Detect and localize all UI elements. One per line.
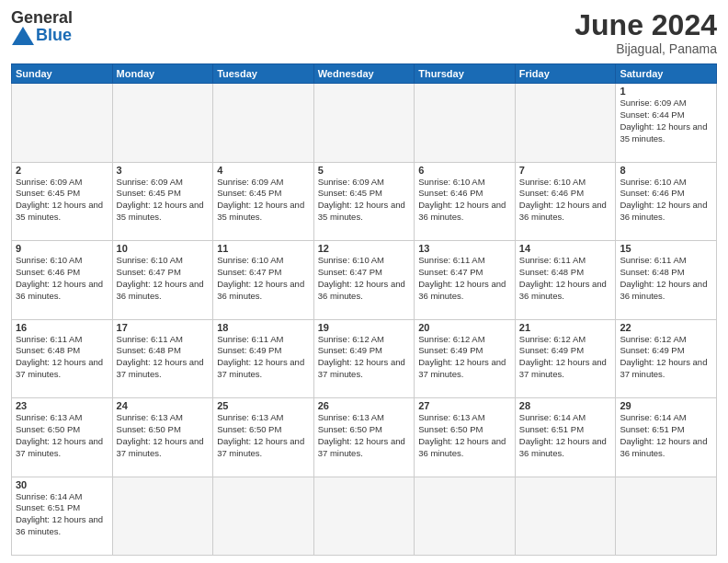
table-row: 17Sunrise: 6:11 AMSunset: 6:48 PMDayligh… bbox=[112, 319, 213, 397]
header: General Blue June 2024 Bijagual, Panama bbox=[11, 9, 717, 56]
day-number: 4 bbox=[217, 165, 310, 176]
day-info: Sunrise: 6:13 AMSunset: 6:50 PMDaylight:… bbox=[117, 412, 210, 459]
table-row: 16Sunrise: 6:11 AMSunset: 6:48 PMDayligh… bbox=[12, 319, 113, 397]
header-saturday: Saturday bbox=[616, 64, 717, 84]
table-row: 22Sunrise: 6:12 AMSunset: 6:49 PMDayligh… bbox=[616, 319, 717, 397]
day-info: Sunrise: 6:10 AMSunset: 6:46 PMDaylight:… bbox=[418, 177, 511, 224]
table-row: 25Sunrise: 6:13 AMSunset: 6:50 PMDayligh… bbox=[213, 398, 314, 477]
day-number: 15 bbox=[620, 243, 712, 254]
day-number: 11 bbox=[217, 243, 310, 254]
table-row bbox=[112, 477, 213, 555]
table-row bbox=[313, 84, 415, 162]
logo: General Blue bbox=[11, 9, 73, 45]
day-info: Sunrise: 6:13 AMSunset: 6:50 PMDaylight:… bbox=[418, 412, 511, 459]
day-info: Sunrise: 6:10 AMSunset: 6:47 PMDaylight:… bbox=[117, 255, 210, 302]
day-number: 30 bbox=[16, 479, 108, 490]
calendar-location: Bijagual, Panama bbox=[574, 41, 717, 56]
day-info: Sunrise: 6:11 AMSunset: 6:49 PMDaylight:… bbox=[217, 334, 310, 381]
day-number: 22 bbox=[620, 322, 712, 333]
day-number: 28 bbox=[519, 400, 612, 411]
day-number: 24 bbox=[117, 400, 210, 411]
header-sunday: Sunday bbox=[12, 64, 113, 84]
day-info: Sunrise: 6:09 AMSunset: 6:45 PMDaylight:… bbox=[16, 177, 108, 224]
header-monday: Monday bbox=[112, 64, 213, 84]
logo-triangle bbox=[12, 27, 34, 45]
day-info: Sunrise: 6:09 AMSunset: 6:45 PMDaylight:… bbox=[117, 177, 210, 224]
table-row: 23Sunrise: 6:13 AMSunset: 6:50 PMDayligh… bbox=[12, 398, 113, 477]
table-row: 2Sunrise: 6:09 AMSunset: 6:45 PMDaylight… bbox=[12, 162, 113, 240]
day-info: Sunrise: 6:11 AMSunset: 6:48 PMDaylight:… bbox=[620, 255, 712, 302]
table-row bbox=[415, 477, 516, 555]
table-row: 26Sunrise: 6:13 AMSunset: 6:50 PMDayligh… bbox=[313, 398, 415, 477]
day-info: Sunrise: 6:11 AMSunset: 6:48 PMDaylight:… bbox=[519, 255, 612, 302]
table-row: 8Sunrise: 6:10 AMSunset: 6:46 PMDaylight… bbox=[616, 162, 717, 240]
calendar-table: Sunday Monday Tuesday Wednesday Thursday… bbox=[11, 63, 717, 556]
table-row: 18Sunrise: 6:11 AMSunset: 6:49 PMDayligh… bbox=[213, 319, 314, 397]
table-row bbox=[313, 477, 415, 555]
table-row: 6Sunrise: 6:10 AMSunset: 6:46 PMDaylight… bbox=[415, 162, 516, 240]
day-number: 10 bbox=[117, 243, 210, 254]
day-info: Sunrise: 6:14 AMSunset: 6:51 PMDaylight:… bbox=[620, 412, 712, 459]
table-row: 28Sunrise: 6:14 AMSunset: 6:51 PMDayligh… bbox=[515, 398, 616, 477]
header-friday: Friday bbox=[515, 64, 616, 84]
day-number: 9 bbox=[16, 243, 108, 254]
day-number: 26 bbox=[318, 400, 411, 411]
weekday-header-row: Sunday Monday Tuesday Wednesday Thursday… bbox=[12, 64, 717, 84]
day-number: 2 bbox=[16, 165, 108, 176]
table-row: 12Sunrise: 6:10 AMSunset: 6:47 PMDayligh… bbox=[313, 241, 415, 319]
day-number: 25 bbox=[217, 400, 310, 411]
day-number: 6 bbox=[418, 165, 511, 176]
calendar-title: June 2024 bbox=[574, 9, 717, 41]
day-info: Sunrise: 6:11 AMSunset: 6:47 PMDaylight:… bbox=[418, 255, 511, 302]
table-row: 11Sunrise: 6:10 AMSunset: 6:47 PMDayligh… bbox=[213, 241, 314, 319]
day-info: Sunrise: 6:12 AMSunset: 6:49 PMDaylight:… bbox=[418, 334, 511, 381]
day-info: Sunrise: 6:13 AMSunset: 6:50 PMDaylight:… bbox=[16, 412, 108, 459]
table-row: 20Sunrise: 6:12 AMSunset: 6:49 PMDayligh… bbox=[415, 319, 516, 397]
table-row bbox=[515, 477, 616, 555]
day-info: Sunrise: 6:12 AMSunset: 6:49 PMDaylight:… bbox=[620, 334, 712, 381]
day-number: 1 bbox=[620, 86, 712, 97]
table-row bbox=[213, 84, 314, 162]
day-number: 16 bbox=[16, 322, 108, 333]
table-row: 14Sunrise: 6:11 AMSunset: 6:48 PMDayligh… bbox=[515, 241, 616, 319]
day-info: Sunrise: 6:10 AMSunset: 6:46 PMDaylight:… bbox=[620, 177, 712, 224]
header-wednesday: Wednesday bbox=[313, 64, 415, 84]
table-row bbox=[112, 84, 213, 162]
table-row bbox=[213, 477, 314, 555]
day-info: Sunrise: 6:11 AMSunset: 6:48 PMDaylight:… bbox=[16, 334, 108, 381]
day-info: Sunrise: 6:09 AMSunset: 6:45 PMDaylight:… bbox=[217, 177, 310, 224]
day-info: Sunrise: 6:11 AMSunset: 6:48 PMDaylight:… bbox=[117, 334, 210, 381]
day-number: 12 bbox=[318, 243, 411, 254]
table-row bbox=[515, 84, 616, 162]
header-tuesday: Tuesday bbox=[213, 64, 314, 84]
table-row: 7Sunrise: 6:10 AMSunset: 6:46 PMDaylight… bbox=[515, 162, 616, 240]
day-info: Sunrise: 6:13 AMSunset: 6:50 PMDaylight:… bbox=[318, 412, 411, 459]
day-number: 8 bbox=[620, 165, 712, 176]
table-row: 24Sunrise: 6:13 AMSunset: 6:50 PMDayligh… bbox=[112, 398, 213, 477]
day-number: 7 bbox=[519, 165, 612, 176]
day-info: Sunrise: 6:10 AMSunset: 6:46 PMDaylight:… bbox=[519, 177, 612, 224]
day-info: Sunrise: 6:12 AMSunset: 6:49 PMDaylight:… bbox=[519, 334, 612, 381]
table-row: 4Sunrise: 6:09 AMSunset: 6:45 PMDaylight… bbox=[213, 162, 314, 240]
table-row: 9Sunrise: 6:10 AMSunset: 6:46 PMDaylight… bbox=[12, 241, 113, 319]
day-info: Sunrise: 6:12 AMSunset: 6:49 PMDaylight:… bbox=[318, 334, 411, 381]
page: General Blue June 2024 Bijagual, Panama … bbox=[0, 0, 728, 563]
table-row: 27Sunrise: 6:13 AMSunset: 6:50 PMDayligh… bbox=[415, 398, 516, 477]
day-info: Sunrise: 6:14 AMSunset: 6:51 PMDaylight:… bbox=[519, 412, 612, 459]
table-row: 13Sunrise: 6:11 AMSunset: 6:47 PMDayligh… bbox=[415, 241, 516, 319]
day-number: 14 bbox=[519, 243, 612, 254]
table-row: 29Sunrise: 6:14 AMSunset: 6:51 PMDayligh… bbox=[616, 398, 717, 477]
table-row: 3Sunrise: 6:09 AMSunset: 6:45 PMDaylight… bbox=[112, 162, 213, 240]
table-row: 10Sunrise: 6:10 AMSunset: 6:47 PMDayligh… bbox=[112, 241, 213, 319]
day-number: 17 bbox=[117, 322, 210, 333]
table-row: 30Sunrise: 6:14 AMSunset: 6:51 PMDayligh… bbox=[12, 477, 113, 555]
table-row bbox=[415, 84, 516, 162]
day-number: 23 bbox=[16, 400, 108, 411]
day-info: Sunrise: 6:09 AMSunset: 6:45 PMDaylight:… bbox=[318, 177, 411, 224]
day-number: 3 bbox=[117, 165, 210, 176]
table-row: 15Sunrise: 6:11 AMSunset: 6:48 PMDayligh… bbox=[616, 241, 717, 319]
table-row bbox=[616, 477, 717, 555]
day-info: Sunrise: 6:10 AMSunset: 6:46 PMDaylight:… bbox=[16, 255, 108, 302]
day-number: 20 bbox=[418, 322, 511, 333]
table-row bbox=[12, 84, 113, 162]
